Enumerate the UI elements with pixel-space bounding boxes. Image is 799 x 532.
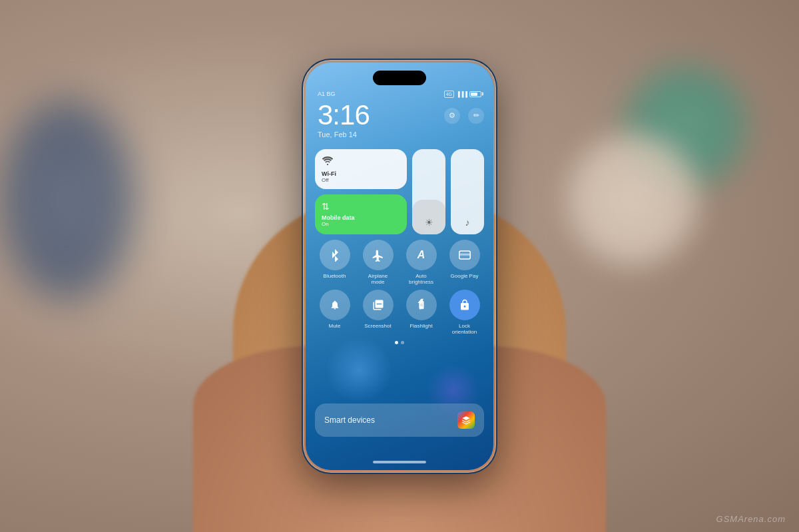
flashlight-circle [406, 290, 437, 320]
bluetooth-label: Bluetooth [324, 273, 346, 280]
mute-label: Mute [329, 323, 341, 330]
wifi-label: Wi-Fi [322, 170, 336, 177]
screenshot-tile[interactable]: Screenshot [358, 290, 398, 336]
airplane-circle [363, 240, 394, 270]
mobile-data-label: Mobile data [322, 214, 355, 221]
carrier-type-icon: 4G [444, 91, 454, 98]
mute-circle [320, 290, 350, 320]
clock-actions: ⚙ ✏ [444, 108, 484, 124]
airplane-label: Airplanemode [368, 273, 388, 286]
phone-wrapper: A1 BG 4G ▐▐▐ 3:16 Tue, Feb 14 [303, 60, 496, 473]
mobile-data-icon: ⇅ [322, 201, 330, 212]
controls-area: Wi-Fi Off ⇅ Mobile data On [315, 149, 484, 344]
music-slider[interactable]: ♪ [451, 149, 484, 234]
home-indicator [373, 461, 426, 463]
bluetooth-tile[interactable]: Bluetooth [315, 240, 354, 286]
airplane-tile[interactable]: Airplanemode [358, 240, 398, 286]
settings-icon[interactable]: ⚙ [444, 108, 460, 124]
flashlight-label: Flashlight [409, 323, 432, 330]
auto-brightness-circle: A [406, 240, 437, 270]
brightness-slider[interactable]: ☀ [412, 149, 445, 234]
background-table [566, 133, 699, 266]
google-home-icon [457, 411, 475, 429]
wifi-icon [322, 156, 334, 168]
status-bar: A1 BG 4G ▐▐▐ [306, 91, 493, 98]
google-pay-tile[interactable]: Google Pay [445, 240, 484, 286]
mobile-data-tile[interactable]: ⇅ Mobile data On [315, 194, 407, 234]
edit-icon[interactable]: ✏ [468, 108, 484, 124]
dot-1 [395, 341, 398, 344]
sliders-col: ☀ ♪ [412, 149, 484, 234]
google-pay-label: Google Pay [451, 273, 479, 280]
icon-grid: Bluetooth Airplanemode [315, 240, 484, 336]
smart-devices-bar[interactable]: Smart devices [315, 403, 484, 437]
dynamic-island [373, 71, 426, 85]
wifi-mobile-col: Wi-Fi Off ⇅ Mobile data On [315, 149, 407, 234]
smart-devices-label: Smart devices [324, 415, 375, 425]
mute-tile[interactable]: Mute [315, 290, 354, 336]
carrier-label: A1 BG [318, 91, 336, 97]
lock-orientation-tile[interactable]: Lockorientation [445, 290, 484, 336]
clock-area: 3:16 Tue, Feb 14 [318, 101, 370, 138]
lock-orientation-label: Lockorientation [452, 323, 477, 336]
screen: A1 BG 4G ▐▐▐ 3:16 Tue, Feb 14 [306, 63, 493, 470]
background-chair [0, 100, 133, 300]
clock-time: 3:16 [318, 101, 370, 129]
wifi-tile[interactable]: Wi-Fi Off [315, 149, 407, 189]
status-icons: 4G ▐▐▐ [444, 91, 481, 98]
svg-rect-4 [420, 300, 423, 302]
svg-rect-2 [459, 253, 470, 255]
bluetooth-circle [320, 240, 350, 270]
signal-bars-icon: ▐▐▐ [456, 91, 467, 97]
music-icon: ♪ [465, 217, 470, 228]
lock-orientation-circle [449, 290, 480, 320]
flashlight-tile[interactable]: Flashlight [401, 290, 441, 336]
svg-point-5 [419, 303, 423, 306]
glow-blue [326, 337, 392, 403]
clock-date: Tue, Feb 14 [318, 131, 370, 138]
auto-brightness-tile[interactable]: A Autobrightness [401, 240, 441, 286]
watermark: GSMArena.com [716, 514, 786, 524]
screenshot-circle [363, 290, 394, 320]
brightness-icon: ☀ [425, 217, 433, 228]
battery-icon [469, 91, 481, 97]
auto-brightness-label: Autobrightness [409, 273, 433, 286]
dot-2 [401, 341, 404, 344]
mobile-data-sublabel: On [322, 221, 329, 227]
top-row: Wi-Fi Off ⇅ Mobile data On [315, 149, 484, 234]
phone: A1 BG 4G ▐▐▐ 3:16 Tue, Feb 14 [303, 60, 496, 473]
google-pay-circle [449, 240, 480, 270]
pagination [315, 341, 484, 344]
scene: A1 BG 4G ▐▐▐ 3:16 Tue, Feb 14 [0, 0, 799, 532]
phone-inner: A1 BG 4G ▐▐▐ 3:16 Tue, Feb 14 [306, 63, 493, 470]
battery-fill [471, 93, 477, 96]
wifi-sublabel: Off [322, 177, 329, 183]
svg-point-0 [327, 163, 328, 164]
screenshot-label: Screenshot [364, 323, 391, 330]
